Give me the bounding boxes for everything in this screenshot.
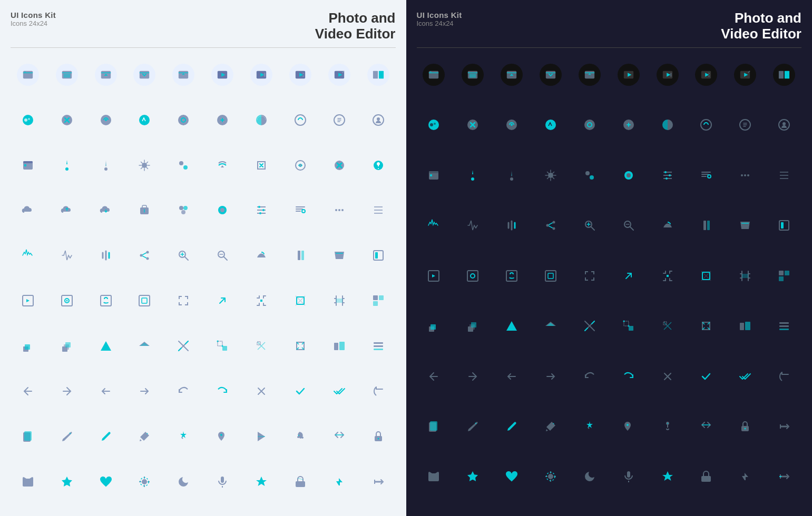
list-item (166, 329, 201, 363)
svg-point-159 (782, 122, 786, 125)
svg-line-190 (549, 226, 553, 228)
list-item (533, 208, 568, 243)
list-item (689, 208, 723, 243)
list-item (89, 464, 123, 499)
list-item (572, 57, 607, 92)
list-item (455, 57, 490, 92)
list-item (494, 107, 529, 142)
list-item (11, 238, 45, 273)
svg-line-73 (143, 256, 147, 258)
list-item (50, 374, 84, 409)
list-item (650, 460, 685, 494)
list-item (166, 238, 201, 273)
list-item (455, 359, 490, 394)
list-item (166, 103, 201, 137)
list-item (89, 193, 123, 228)
svg-rect-224 (779, 322, 789, 324)
list-item (205, 464, 240, 499)
list-item (455, 208, 490, 243)
svg-rect-205 (548, 273, 553, 279)
svg-marker-241 (742, 473, 748, 480)
list-item (417, 409, 452, 444)
list-item (283, 329, 318, 363)
dark-panel: UI Icons Kit Icons 24x24 Photo andVideo … (406, 0, 813, 516)
list-item (50, 148, 84, 183)
list-item (128, 103, 162, 137)
svg-point-202 (471, 274, 475, 278)
list-item (166, 464, 201, 499)
list-item (89, 283, 123, 318)
list-item (322, 103, 357, 137)
svg-point-33 (377, 117, 380, 121)
svg-point-175 (666, 177, 668, 180)
list-item (205, 57, 240, 92)
dark-icons-grid (417, 57, 802, 505)
svg-point-169 (627, 173, 631, 177)
list-item (417, 460, 452, 494)
svg-rect-196 (707, 221, 710, 230)
list-item (361, 464, 396, 499)
svg-point-71 (146, 257, 149, 260)
list-item (205, 238, 240, 273)
svg-line-189 (549, 223, 553, 225)
svg-rect-35 (23, 161, 33, 163)
list-item (728, 259, 762, 293)
list-item (767, 107, 801, 142)
svg-point-229 (627, 424, 629, 426)
list-item (205, 148, 240, 183)
list-item (572, 208, 607, 243)
list-item (767, 259, 801, 293)
list-item (89, 148, 123, 183)
list-item (689, 57, 723, 92)
svg-point-37 (65, 167, 69, 171)
list-item (650, 359, 685, 394)
list-item (572, 359, 607, 394)
svg-rect-131 (469, 74, 476, 77)
list-item (417, 158, 452, 193)
list-item (89, 103, 123, 137)
list-item (50, 103, 84, 137)
svg-point-70 (146, 251, 149, 254)
list-item (283, 283, 318, 318)
list-item (650, 259, 685, 293)
svg-point-166 (585, 171, 590, 175)
svg-point-173 (664, 171, 667, 173)
svg-point-151 (511, 124, 513, 126)
svg-rect-17 (378, 71, 383, 78)
list-item (205, 329, 240, 363)
svg-rect-223 (745, 322, 750, 330)
list-item (361, 283, 396, 318)
svg-rect-5 (140, 71, 149, 78)
list-item (322, 419, 357, 454)
svg-point-230 (667, 423, 668, 424)
list-item (417, 359, 452, 394)
list-item (611, 409, 646, 444)
list-item (89, 419, 123, 454)
list-item (205, 419, 240, 454)
list-item (650, 208, 685, 243)
list-item (128, 238, 162, 273)
list-item (128, 193, 162, 228)
list-item (166, 283, 201, 318)
list-item (611, 107, 646, 142)
list-item (283, 374, 318, 409)
svg-marker-235 (467, 471, 478, 481)
svg-rect-208 (779, 271, 784, 275)
light-kit-subtitle: Icons 24x24 (11, 19, 56, 27)
list-item (611, 309, 646, 343)
svg-rect-201 (467, 271, 478, 281)
list-item (205, 374, 240, 409)
list-item (244, 148, 279, 183)
list-item (128, 329, 162, 363)
list-item (283, 464, 318, 499)
list-item (283, 419, 318, 454)
svg-rect-80 (374, 251, 383, 260)
svg-rect-102 (222, 346, 227, 351)
list-item (767, 158, 801, 193)
svg-point-57 (262, 209, 265, 211)
list-item (322, 283, 357, 318)
svg-point-129 (431, 71, 432, 72)
list-item (205, 193, 240, 228)
svg-rect-162 (430, 174, 432, 176)
svg-rect-198 (781, 222, 784, 229)
